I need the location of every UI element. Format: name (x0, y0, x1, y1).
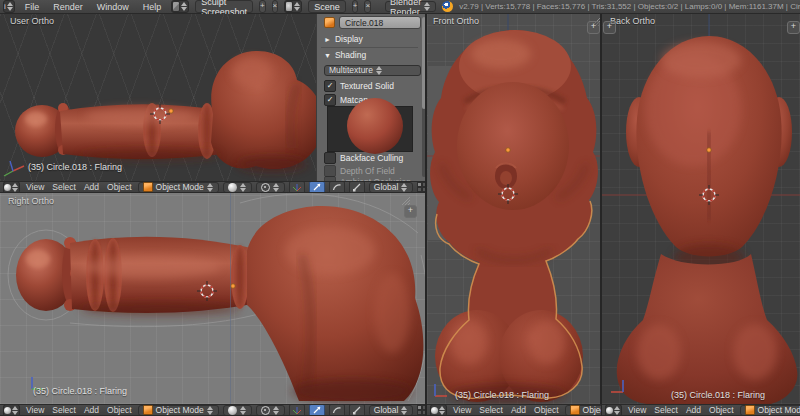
layers-widget[interactable] (417, 405, 425, 415)
viewport-shading-select[interactable] (223, 182, 252, 193)
manipulator-toggle-button[interactable] (289, 181, 305, 193)
close-layout-button[interactable]: × (272, 0, 279, 13)
viewport-header-back: View Select Add Object Object Mode (602, 404, 800, 416)
chevron-updown-icon (614, 406, 621, 415)
open-panel-plus-tab[interactable]: + (787, 21, 800, 34)
menu-add[interactable]: Add (82, 182, 101, 192)
editor-updown-icon (7, 2, 14, 11)
menu-add[interactable]: Add (684, 405, 703, 415)
3d-view-editor-icon (431, 407, 438, 414)
viewport-label: Back Ortho (610, 16, 655, 26)
menu-view[interactable]: View (24, 182, 46, 192)
chevron-updown-icon (401, 406, 408, 415)
menu-object[interactable]: Object (532, 405, 561, 415)
matcap-sphere-image (347, 98, 403, 154)
pivot-point-select[interactable] (256, 405, 285, 416)
translate-manipulator-button[interactable] (309, 404, 325, 416)
viewport-label: Front Ortho (433, 16, 479, 26)
screen-layout-name-field[interactable]: Sculpt Screenshot (195, 0, 253, 13)
add-scene-button[interactable]: + (352, 0, 359, 13)
info-bar: i File Render Window Help Sculpt Screens… (0, 0, 800, 14)
menu-select[interactable]: Select (50, 182, 78, 192)
manipulator-toggle-button[interactable] (289, 404, 305, 416)
open-panel-plus-tab[interactable]: + (603, 21, 616, 34)
textured-solid-row[interactable]: ✓ Textured Solid (317, 80, 428, 92)
3d-view-editor-icon (4, 184, 11, 191)
translate-manipulator-button[interactable] (309, 181, 325, 193)
object-origin-dot (231, 284, 235, 288)
chevron-updown-icon (401, 183, 408, 192)
matcap-checkbox[interactable]: ✓ (324, 94, 336, 106)
editor-type-button[interactable] (3, 404, 20, 416)
object-mode-icon (143, 405, 153, 415)
pivot-point-select[interactable] (256, 182, 285, 193)
mode-select[interactable]: Object Mode (138, 182, 219, 193)
screen-layout-button[interactable] (171, 0, 189, 13)
sculpt-model-front-view (427, 14, 601, 404)
viewport-header-user: View Select Add Object Object Mode (0, 181, 427, 193)
menu-window[interactable]: Window (93, 2, 133, 12)
chevron-updown-icon (181, 2, 188, 11)
object-mode-icon (745, 405, 755, 415)
status-text: (35) Circle.018 : Flaring (28, 162, 122, 172)
open-panel-plus-tab[interactable]: + (404, 205, 417, 218)
rotate-manipulator-button[interactable] (329, 404, 345, 416)
textured-solid-checkbox[interactable]: ✓ (324, 80, 336, 92)
layer-cell[interactable] (422, 410, 425, 415)
object-name-field[interactable]: Circle.018 (339, 16, 421, 29)
scale-manipulator-button[interactable] (349, 404, 365, 416)
menu-add[interactable]: Add (509, 405, 528, 415)
layers-group-1[interactable] (417, 405, 425, 415)
mode-select[interactable]: Object Mode (740, 405, 800, 416)
viewport-front-ortho[interactable]: Front Ortho (35) Circle.018 : Flaring + (427, 14, 601, 404)
menu-select[interactable]: Select (50, 405, 78, 415)
sculpt-model-right-view (0, 193, 427, 404)
scale-arrow-icon (352, 405, 362, 415)
panel-shading-header[interactable]: ▼ Shading (317, 49, 428, 61)
menu-file[interactable]: File (21, 2, 44, 12)
open-panel-plus-tab[interactable]: + (587, 21, 600, 34)
transform-orientation-select[interactable]: Global (369, 182, 414, 193)
area-divider[interactable] (600, 14, 602, 416)
area-divider[interactable] (425, 14, 427, 416)
menu-object[interactable]: Object (105, 405, 134, 415)
menu-select[interactable]: Select (477, 405, 505, 415)
menu-object[interactable]: Object (707, 405, 736, 415)
editor-type-button[interactable] (3, 181, 20, 193)
backface-culling-row[interactable]: Backface Culling (317, 152, 428, 164)
editor-type-button[interactable]: i (3, 0, 15, 13)
backface-culling-checkbox[interactable] (324, 152, 336, 164)
editor-type-button[interactable] (430, 404, 447, 416)
menu-select[interactable]: Select (652, 405, 680, 415)
mode-select[interactable]: Object Mode (138, 405, 219, 416)
viewport-right-ortho[interactable]: Right Ortho (35) Circle.018 : Flaring + (0, 193, 427, 404)
mode-select[interactable]: Object Mode (565, 405, 601, 416)
add-layout-button[interactable]: + (259, 0, 266, 13)
menu-object[interactable]: Object (105, 182, 134, 192)
transform-orientation-select[interactable]: Global (369, 405, 414, 416)
menu-view[interactable]: View (626, 405, 648, 415)
matcap-preview[interactable] (327, 106, 413, 152)
menu-help[interactable]: Help (139, 2, 166, 12)
menu-render[interactable]: Render (49, 2, 87, 12)
scene-button[interactable] (284, 0, 302, 13)
viewport-back-ortho[interactable]: Back Ortho (35) Circle.018 : Flaring + + (601, 14, 800, 404)
viewport-label: Right Ortho (8, 196, 54, 206)
chevron-updown-icon (207, 183, 214, 192)
pivot-icon (261, 183, 270, 192)
menu-view[interactable]: View (451, 405, 473, 415)
menu-view[interactable]: View (24, 405, 46, 415)
close-scene-button[interactable]: × (364, 0, 371, 13)
viewport-shading-select[interactable] (223, 405, 252, 416)
status-text: (35) Circle.018 : Flaring (33, 386, 127, 396)
object-origin-dot (506, 148, 510, 152)
editor-type-button[interactable] (605, 404, 622, 416)
expanded-arrow-icon: ▼ (324, 52, 331, 59)
menu-add[interactable]: Add (82, 405, 101, 415)
rotate-manipulator-button[interactable] (329, 181, 345, 193)
panel-display-header[interactable]: ► Display (317, 33, 428, 45)
render-engine-select[interactable]: Blender Render (385, 1, 436, 12)
shading-mode-select[interactable]: Multitexture (324, 65, 421, 76)
scale-manipulator-button[interactable] (349, 181, 365, 193)
scene-name-field[interactable]: Scene (308, 0, 346, 13)
